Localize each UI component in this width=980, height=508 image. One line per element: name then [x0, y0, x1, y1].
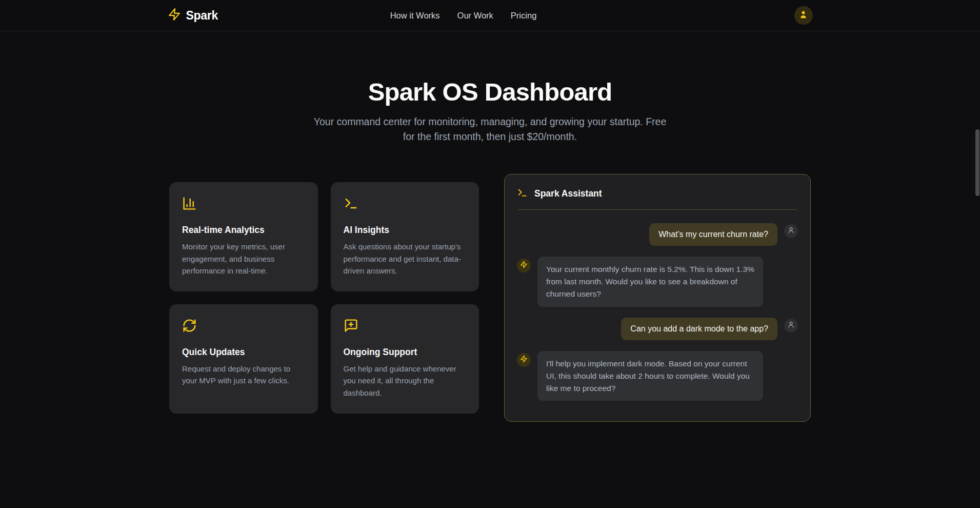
user-avatar-button[interactable]	[794, 6, 813, 25]
scrollbar-thumb[interactable]	[975, 129, 979, 196]
refresh-icon	[182, 318, 305, 335]
assistant-message-bubble: I'll help you implement dark mode. Based…	[537, 351, 763, 401]
feature-card-realtime-analytics: Real-time Analytics Monitor your key met…	[169, 182, 318, 291]
message-square-plus-icon	[344, 318, 467, 335]
zap-icon	[168, 8, 181, 23]
feature-description: Request and deploy changes to your MVP w…	[182, 363, 305, 387]
feature-title: Real-time Analytics	[182, 225, 305, 236]
assistant-panel-header: Spark Assistant	[517, 187, 798, 200]
nav-link-pricing[interactable]: Pricing	[511, 11, 536, 21]
assistant-chat-avatar	[517, 259, 531, 272]
feature-description: Get help and guidance whenever you need …	[344, 363, 467, 399]
terminal-icon	[344, 196, 467, 213]
feature-title: AI Insights	[344, 225, 467, 236]
assistant-panel: Spark Assistant What's my current churn …	[504, 174, 811, 422]
chat-messages: What's my current churn rate? Your curre…	[517, 223, 798, 401]
feature-description: Ask questions about your startup's perfo…	[344, 241, 467, 277]
user-icon	[787, 321, 795, 330]
content-row: Real-time Analytics Monitor your key met…	[0, 174, 980, 422]
main-nav: How it Works Our Work Pricing	[390, 11, 537, 21]
chat-message-assistant: Your current monthly churn rate is 5.2%.…	[517, 257, 798, 306]
user-icon	[787, 226, 795, 236]
features-grid: Real-time Analytics Monitor your key met…	[169, 182, 479, 414]
chat-message-assistant: I'll help you implement dark mode. Based…	[517, 351, 798, 401]
user-chat-avatar	[784, 224, 798, 238]
brand-logo[interactable]: Spark	[168, 8, 218, 23]
user-message-bubble: Can you add a dark mode to the app?	[621, 318, 777, 341]
assistant-chat-avatar	[517, 353, 531, 367]
chat-message-user: What's my current churn rate?	[517, 223, 798, 246]
terminal-icon	[517, 187, 528, 200]
user-chat-avatar	[784, 319, 798, 333]
feature-card-quick-updates: Quick Updates Request and deploy changes…	[169, 304, 318, 414]
page-title: Spark OS Dashboard	[0, 79, 980, 106]
scrollbar-track	[975, 0, 980, 508]
brand-name: Spark	[186, 9, 218, 23]
feature-card-ai-insights: AI Insights Ask questions about your sta…	[331, 182, 479, 291]
feature-title: Quick Updates	[182, 347, 305, 358]
nav-link-our-work[interactable]: Our Work	[457, 11, 493, 21]
page-subtitle: Your command center for monitoring, mana…	[313, 114, 667, 144]
zap-icon	[520, 355, 528, 365]
assistant-message-bubble: Your current monthly churn rate is 5.2%.…	[537, 257, 763, 306]
hero-section: Spark OS Dashboard Your command center f…	[0, 31, 980, 144]
feature-description: Monitor your key metrics, user engagemen…	[182, 241, 305, 277]
navbar: Spark How it Works Our Work Pricing	[0, 0, 980, 31]
panel-divider	[518, 209, 797, 210]
nav-link-how-it-works[interactable]: How it Works	[390, 11, 440, 21]
zap-icon	[520, 261, 528, 270]
user-icon	[798, 10, 808, 21]
navbar-inner: Spark How it Works Our Work Pricing	[168, 0, 813, 31]
assistant-panel-title: Spark Assistant	[534, 188, 602, 199]
feature-title: Ongoing Support	[344, 347, 467, 358]
bar-chart-icon	[182, 196, 305, 213]
page: Spark How it Works Our Work Pricing Spar…	[0, 0, 980, 508]
user-message-bubble: What's my current churn rate?	[649, 223, 777, 246]
chat-message-user: Can you add a dark mode to the app?	[517, 318, 798, 341]
feature-card-ongoing-support: Ongoing Support Get help and guidance wh…	[331, 304, 479, 414]
